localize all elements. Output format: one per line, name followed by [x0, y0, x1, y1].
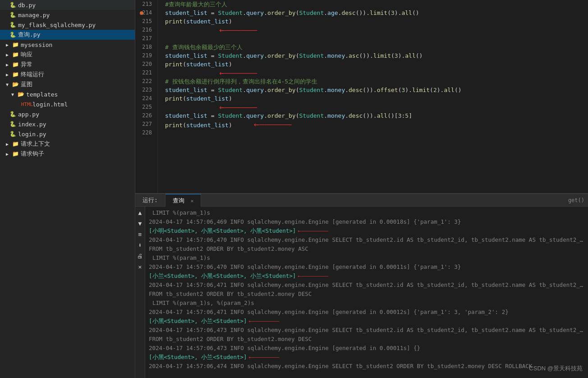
sidebar-item-login-html[interactable]: HTML login.html — [0, 99, 135, 109]
line-218: 218 — [139, 43, 154, 51]
sidebar-label-templates: templates — [26, 91, 58, 98]
sidebar-item-query-py[interactable]: 🐍 查询.py — [0, 30, 135, 40]
sidebar-label-response: 响应 — [21, 51, 32, 59]
icon-menu[interactable]: ≡ — [136, 230, 144, 238]
folder-icon: 📂 — [12, 81, 19, 88]
arrow-icon — [4, 71, 11, 78]
term-line-8: 2024-04-17 14:57:06,471 INFO sqlalchemy.… — [145, 281, 588, 290]
sidebar-item-my-flask[interactable]: 🐍 my_flask_sqlalchemy.py — [0, 20, 135, 30]
line-228: 228 — [139, 129, 154, 137]
code-line-216: ←—————— — [158, 26, 588, 34]
sidebar-label-terminal-run: 终端运行 — [21, 70, 44, 78]
code-line-222: # 按钱包余额进行倒序排列，查询出排名在4-5之间的学生 — [158, 77, 588, 86]
term-line-6: 2024-04-17 14:57:06,470 INFO sqlalchemy.… — [145, 263, 588, 272]
line-220: 220 — [139, 60, 154, 69]
tab-query[interactable]: 查询 ✕ — [165, 194, 201, 207]
code-line-223: student_list = Student.query.order_by(St… — [158, 86, 588, 94]
arrow-icon — [4, 41, 11, 48]
code-line-228 — [158, 129, 588, 137]
code-line-213: #查询年龄最大的三个人 — [158, 0, 588, 9]
icon-up[interactable]: ▲ — [136, 208, 144, 217]
term-line-5: LIMIT %(param_1)s — [145, 254, 588, 263]
line-numbers: 213 214 215 216 217 218 219 220 221 222 … — [135, 0, 158, 193]
term-line-16: [小黑<Student>, 小兰<Student>] ←———————— — [145, 353, 588, 362]
sidebar: 🐍 db.py 🐍 manage.py 🐍 my_flask_sqlalchem… — [0, 0, 135, 378]
sidebar-label-my-flask: my_flask_sqlalchemy.py — [18, 22, 96, 28]
code-line-226: student_list = Student.query.order_by(St… — [158, 111, 588, 120]
line-215: 215 — [139, 17, 154, 26]
terminal-sidebar-icons: ▲ ▼ ≡ ⬇ 🖨 ✕ — [135, 207, 145, 378]
code-line-219: student_list = Student.query.order_by(St… — [158, 51, 588, 60]
line-216: 216 — [139, 26, 154, 34]
sidebar-label-index-py: index.py — [18, 121, 46, 128]
folder-icon: 📁 — [12, 150, 19, 157]
term-line-3: 2024-04-17 14:57:06,470 INFO sqlalchemy.… — [145, 235, 588, 244]
sidebar-label-login-py: login.py — [18, 131, 46, 138]
py-icon: 🐍 — [9, 11, 16, 18]
line-219: 219 — [139, 51, 154, 60]
sidebar-item-login-py[interactable]: 🐍 login.py — [0, 129, 135, 139]
main-layout: 🐍 db.py 🐍 manage.py 🐍 my_flask_sqlalchem… — [0, 0, 588, 378]
sidebar-label-login-html: login.html — [32, 101, 68, 108]
sidebar-item-db-py[interactable]: 🐍 db.py — [0, 0, 135, 10]
watermark: CSDN @景天科技苑 — [529, 364, 583, 373]
editor-area: 213 214 215 216 217 218 219 220 221 222 … — [135, 0, 588, 378]
sidebar-item-terminal-run[interactable]: 📁 终端运行 — [0, 69, 135, 79]
folder-icon: 📁 — [12, 140, 19, 148]
line-224: 224 — [139, 94, 154, 103]
terminal-content[interactable]: LIMIT %(param_1)s 2024-04-17 14:57:06,46… — [145, 207, 588, 378]
result-arrow-3: ←———————— — [249, 353, 280, 361]
tab-close-icon[interactable]: ✕ — [191, 198, 194, 204]
sidebar-item-blueprint[interactable]: 📂 蓝图 — [0, 79, 135, 89]
sidebar-label-request-hook: 请求钩子 — [21, 150, 44, 158]
sidebar-item-mysession[interactable]: 📁 mysession — [0, 40, 135, 50]
term-line-10: LIMIT %(param_1)s, %(param_2)s — [145, 299, 588, 308]
sidebar-label-manage-py: manage.py — [18, 12, 50, 18]
icon-download[interactable]: ⬇ — [136, 241, 144, 249]
result-arrow-2: ←———————— — [249, 317, 280, 325]
arrow-icon — [4, 61, 11, 68]
sidebar-label-request-context: 请求上下文 — [21, 140, 50, 148]
tab-run[interactable]: 运行: — [135, 194, 165, 207]
sidebar-item-templates[interactable]: 📂 templates — [0, 89, 135, 99]
icon-down[interactable]: ▼ — [136, 219, 144, 227]
folder-icon: 📁 — [12, 61, 19, 68]
line-217: 217 — [139, 34, 154, 43]
icon-print[interactable]: 🖨 — [136, 252, 144, 260]
sidebar-label-mysession: mysession — [21, 41, 52, 48]
line-225: 225 — [139, 103, 154, 111]
folder-icon: 📁 — [12, 51, 19, 58]
term-line-4: FROM tb_student2 ORDER BY tb_student2.mo… — [145, 244, 588, 254]
line-214: 214 — [139, 9, 154, 17]
code-view: 213 214 215 216 217 218 219 220 221 222 … — [135, 0, 588, 193]
sidebar-item-response[interactable]: 📁 响应 — [0, 50, 135, 60]
py-icon: 🐍 — [9, 1, 16, 9]
sidebar-item-app-py[interactable]: 🐍 app.py — [0, 109, 135, 119]
py-icon: 🐍 — [9, 21, 16, 28]
sidebar-item-request-hook[interactable]: 📁 请求钩子 — [0, 149, 135, 159]
py-icon: 🐍 — [9, 31, 16, 38]
bottom-tabs: 运行: 查询 ✕ get() — [135, 194, 588, 207]
term-line-14: FROM tb_student2 ORDER BY tb_student2.mo… — [145, 335, 588, 344]
sidebar-item-manage-py[interactable]: 🐍 manage.py — [0, 10, 135, 20]
sidebar-item-index-py[interactable]: 🐍 index.py — [0, 119, 135, 129]
arrow-icon — [4, 81, 11, 88]
bottom-panel: 运行: 查询 ✕ get() ▲ ▼ ≡ ⬇ 🖨 ✕ — [135, 193, 588, 378]
term-line-13: 2024-04-17 14:57:06,473 INFO sqlalchemy.… — [145, 326, 588, 335]
bottom-main: ▲ ▼ ≡ ⬇ 🖨 ✕ LIMIT %(param_1)s 2024-04-17… — [135, 207, 588, 378]
icon-close[interactable]: ✕ — [136, 263, 144, 271]
arrow-icon — [4, 51, 11, 58]
code-line-218: # 查询钱包余额最少的三个人 — [158, 43, 588, 51]
sidebar-item-exception[interactable]: 📁 异常 — [0, 60, 135, 69]
sidebar-item-request-context[interactable]: 📁 请求上下文 — [0, 139, 135, 149]
py-icon: 🐍 — [9, 111, 16, 118]
term-line-9: FROM tb_student2 ORDER BY tb_student2.mo… — [145, 290, 588, 299]
py-icon: 🐍 — [9, 130, 16, 138]
term-line-0: LIMIT %(param_1)s — [145, 208, 588, 217]
code-line-227: print(student_list) ←—————— — [158, 120, 588, 129]
code-content[interactable]: #查询年龄最大的三个人 student_list = Student.query… — [158, 0, 588, 193]
term-line-2: [小明<Student>, 小黑<Student>, 小黑<Student>] … — [145, 226, 588, 235]
line-222: 222 — [139, 77, 154, 86]
code-line-225: ←—————— — [158, 103, 588, 111]
term-line-12: [小黑<Student>, 小兰<Student>] ←———————— — [145, 317, 588, 326]
